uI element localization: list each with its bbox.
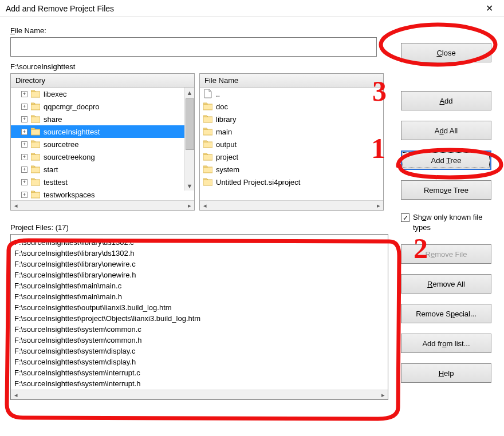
scroll-right-icon[interactable]: ▸ <box>373 201 383 211</box>
project-file-item[interactable]: F:\sourceInsighttest\project\Objects\lia… <box>14 313 384 324</box>
directory-header: Directory <box>11 74 194 88</box>
file-item-label: system <box>216 165 239 174</box>
show-only-known-label: Show only known file types <box>413 212 487 233</box>
file-header: File Name <box>200 74 383 88</box>
help-button[interactable]: Help <box>401 363 491 383</box>
remove-special-button[interactable]: Remove Special... <box>401 304 491 323</box>
directory-scrollbar[interactable]: ▲ ▼ <box>184 88 194 191</box>
directory-item[interactable]: + qqpcmgr_docpro <box>11 100 184 113</box>
directory-item[interactable]: + libexec <box>11 88 184 100</box>
folder-icon <box>203 165 212 174</box>
folder-icon <box>203 102 212 111</box>
project-files-listbox[interactable]: F:\sourceInsighttest\library\ds1302.cF:\… <box>10 234 388 400</box>
expand-icon[interactable]: + <box>21 167 27 173</box>
file-name-label: File Name: <box>10 26 495 35</box>
directory-hscroll[interactable]: ◂ ▸ <box>11 200 194 210</box>
file-item[interactable]: .. <box>200 88 383 100</box>
add-all-button[interactable]: Add All <box>401 121 491 140</box>
file-item[interactable]: output <box>200 138 383 150</box>
remove-file-button[interactable]: Remove File <box>401 244 491 264</box>
scroll-right-icon[interactable]: ▸ <box>378 390 388 400</box>
remove-tree-button[interactable]: Remove Tree <box>401 180 491 200</box>
project-file-item[interactable]: F:\sourceInsighttest\library\ds1302.h <box>14 248 384 259</box>
document-icon <box>203 89 212 98</box>
project-file-item[interactable]: F:\sourceInsighttest\system\common.c <box>14 324 384 335</box>
folder-icon <box>31 115 40 123</box>
remove-all-button[interactable]: Remove All <box>401 274 491 294</box>
add-tree-button[interactable]: Add Tree <box>401 150 491 170</box>
directory-item-label: testworkspaces <box>44 191 95 199</box>
project-file-item[interactable]: F:\sourceInsighttest\output\lianxi3.buil… <box>14 302 384 313</box>
scroll-up-icon[interactable]: ▲ <box>185 88 195 97</box>
directory-item-label: libexec <box>44 90 66 98</box>
file-item[interactable]: system <box>200 163 383 176</box>
directory-item[interactable]: + sourcetree <box>11 138 184 150</box>
folder-icon <box>31 128 40 136</box>
directory-item[interactable]: + start <box>11 163 184 176</box>
expand-icon[interactable]: + <box>21 129 27 135</box>
file-panel: File Name .. doc library main output pro… <box>199 73 384 211</box>
directory-item-label: sourcetreekong <box>44 153 95 161</box>
project-file-item[interactable]: F:\sourceInsighttest\system\common.h <box>14 335 384 346</box>
directory-panel: Directory + libexec+ qqpcmgr_docpro+ sha… <box>10 73 195 211</box>
projfiles-hscroll[interactable]: ◂ ▸ <box>11 390 388 399</box>
expand-icon[interactable]: + <box>21 141 27 148</box>
project-file-item[interactable]: F:\sourceInsighttest\library\onewire.c <box>14 259 384 269</box>
project-file-item[interactable]: F:\sourceInsighttest\library\onewire.h <box>14 269 384 280</box>
scroll-left-icon[interactable]: ◂ <box>11 390 21 400</box>
file-item[interactable]: main <box>200 125 383 138</box>
file-item[interactable]: Untitled Project.si4project <box>200 176 383 188</box>
show-only-known-checkbox[interactable]: ✓ <box>401 213 410 222</box>
file-item[interactable]: library <box>200 113 383 125</box>
add-from-list-button[interactable]: Add from list... <box>401 334 491 353</box>
directory-item[interactable]: + sourcetreekong <box>11 150 184 163</box>
file-item-label: .. <box>216 90 220 98</box>
close-button[interactable]: Close <box>401 43 491 62</box>
folder-icon <box>203 114 212 124</box>
file-item-label: library <box>216 115 236 124</box>
project-file-item[interactable]: F:\sourceInsighttest\system\interrupt.h <box>14 378 384 389</box>
scroll-left-icon[interactable]: ◂ <box>11 201 21 211</box>
project-file-item[interactable]: F:\sourceInsighttest\system\interrupt.c <box>14 367 384 378</box>
scroll-right-icon[interactable]: ▸ <box>184 201 194 211</box>
directory-item-label: testtest <box>44 178 68 187</box>
file-item-label: doc <box>216 102 228 111</box>
folder-icon <box>31 165 40 173</box>
directory-item-label: start <box>44 165 58 174</box>
project-file-item[interactable]: F:\sourceInsighttest\main\main.c <box>14 280 384 291</box>
directory-item[interactable]: + testtest <box>11 176 184 188</box>
project-file-item[interactable]: F:\sourceInsighttest\system\display.c <box>14 346 384 356</box>
expand-icon[interactable]: + <box>21 104 27 110</box>
expand-icon[interactable]: + <box>21 154 27 160</box>
file-name-input[interactable] <box>10 37 377 57</box>
folder-icon <box>203 152 212 161</box>
file-item-label: main <box>216 128 232 136</box>
folder-icon <box>31 153 40 161</box>
folder-icon <box>203 140 212 149</box>
scroll-left-icon[interactable]: ◂ <box>200 201 210 211</box>
folder-icon <box>203 177 212 187</box>
project-file-item[interactable]: F:\sourceInsighttest\main\main.h <box>14 291 384 302</box>
add-button[interactable]: Add <box>401 91 491 110</box>
project-file-item[interactable]: F:\sourceInsighttest\library\ds1302.c <box>14 237 384 248</box>
directory-item[interactable]: + testworkspaces <box>11 188 184 200</box>
file-item[interactable]: project <box>200 150 383 163</box>
expand-icon[interactable]: + <box>21 192 27 198</box>
directory-item[interactable]: + share <box>11 113 184 125</box>
file-hscroll[interactable]: ◂ ▸ <box>200 200 383 210</box>
window-title: Add and Remove Project Files <box>6 4 480 13</box>
folder-icon <box>31 140 40 148</box>
close-icon[interactable]: ✕ <box>480 3 498 14</box>
folder-icon <box>31 191 40 199</box>
scroll-thumb[interactable] <box>186 98 194 150</box>
expand-icon[interactable]: + <box>21 116 27 122</box>
folder-icon <box>31 102 40 110</box>
project-file-item[interactable]: F:\sourceInsighttest\system\display.h <box>14 356 384 367</box>
expand-icon[interactable]: + <box>21 179 27 185</box>
scroll-down-icon[interactable]: ▼ <box>185 181 195 191</box>
expand-icon[interactable]: + <box>21 91 27 97</box>
directory-item-label: qqpcmgr_docpro <box>44 102 100 111</box>
directory-item[interactable]: + sourceInsighttest <box>11 125 184 138</box>
folder-icon <box>31 90 40 98</box>
file-item[interactable]: doc <box>200 100 383 113</box>
